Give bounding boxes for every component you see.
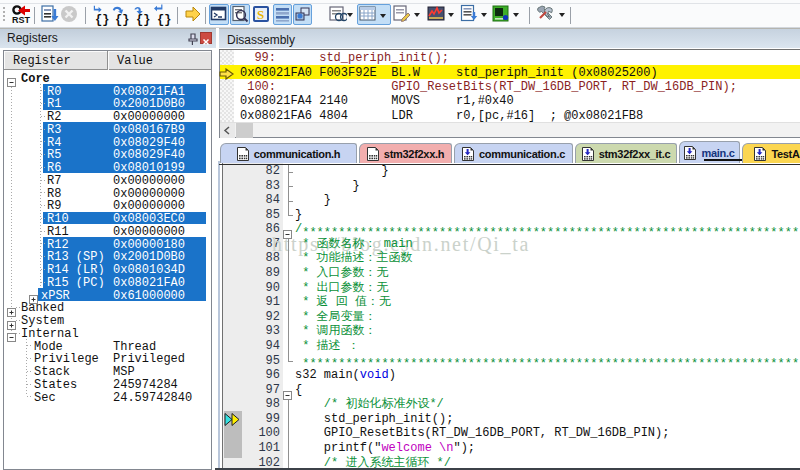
svg-text:{}: {} (136, 13, 150, 26)
svg-text:RST: RST (12, 15, 31, 25)
svg-text:{}: {} (157, 13, 171, 26)
svg-text:S: S (257, 7, 264, 22)
svg-text:{}: {} (95, 13, 109, 26)
svg-text:{}: {} (115, 13, 129, 26)
